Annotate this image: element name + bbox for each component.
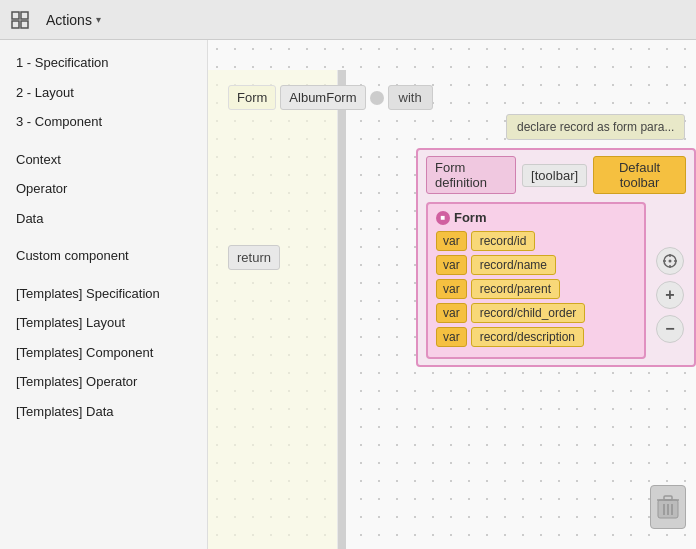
form-definition-block[interactable]: Form definition [toolbar] Default toolba… xyxy=(416,148,696,367)
var-row-4: var record/description xyxy=(436,327,636,347)
connector-dot xyxy=(370,91,384,105)
svg-point-9 xyxy=(669,259,672,262)
declare-block[interactable]: declare record as form para... xyxy=(506,114,685,140)
sidebar-item-templates-data[interactable]: [Templates] Data xyxy=(0,397,207,427)
return-label: return xyxy=(228,245,280,270)
zoom-in-icon: + xyxy=(665,286,674,304)
var-row-1: var record/name xyxy=(436,255,636,275)
form-def-header: Form definition [toolbar] Default toolba… xyxy=(426,156,686,194)
sidebar-item-specification[interactable]: 1 - Specification xyxy=(0,48,207,78)
with-label: with xyxy=(388,85,433,110)
var-value-3[interactable]: record/child_order xyxy=(471,303,586,323)
actions-label: Actions xyxy=(46,12,92,28)
toolbar: Actions ▾ xyxy=(0,0,696,40)
var-row-2: var record/parent xyxy=(436,279,636,299)
var-row-0: var record/id xyxy=(436,231,636,251)
sidebar-item-layout[interactable]: 2 - Layout xyxy=(0,78,207,108)
var-row-3: var record/child_order xyxy=(436,303,636,323)
svg-rect-2 xyxy=(12,21,19,28)
form-definition-label: Form definition xyxy=(426,156,516,194)
declare-row: declare record as form para... xyxy=(376,114,696,144)
sidebar-item-data[interactable]: Data xyxy=(0,204,207,234)
default-toolbar-button[interactable]: Default toolbar xyxy=(593,156,686,194)
sidebar-divider-2 xyxy=(0,233,207,241)
sidebar-item-templates-layout[interactable]: [Templates] Layout xyxy=(0,308,207,338)
canvas-controls: + − xyxy=(656,247,684,343)
form-inner-block[interactable]: ■ Form var record/id var xyxy=(426,202,646,359)
var-value-2[interactable]: record/parent xyxy=(471,279,560,299)
sidebar: 1 - Specification 2 - Layout 3 - Compone… xyxy=(0,40,208,549)
actions-arrow: ▾ xyxy=(96,14,101,25)
return-row: return Form definition [toolbar] Default… xyxy=(228,148,696,367)
form-inner-header: ■ Form xyxy=(436,210,636,225)
sidebar-item-templates-operator[interactable]: [Templates] Operator xyxy=(0,367,207,397)
zoom-out-button[interactable]: − xyxy=(656,315,684,343)
sidebar-divider-1 xyxy=(0,137,207,145)
form-inner-dot: ■ xyxy=(436,211,450,225)
svg-rect-1 xyxy=(21,12,28,19)
svg-rect-3 xyxy=(21,21,28,28)
form-block-label[interactable]: Form xyxy=(228,85,276,110)
var-tag-2: var xyxy=(436,279,467,299)
var-tag-4: var xyxy=(436,327,467,347)
trash-button[interactable] xyxy=(650,485,686,529)
zoom-in-button[interactable]: + xyxy=(656,281,684,309)
actions-button[interactable]: Actions ▾ xyxy=(38,9,109,31)
svg-rect-0 xyxy=(12,12,19,19)
toolbar-label: [toolbar] xyxy=(522,164,587,187)
zoom-out-icon: − xyxy=(665,320,674,338)
var-tag-1: var xyxy=(436,255,467,275)
canvas[interactable]: Form AlbumForm with declare record as fo… xyxy=(208,40,696,549)
album-form-block-label[interactable]: AlbumForm xyxy=(280,85,365,110)
form-inner-label: Form xyxy=(454,210,487,225)
app-icon xyxy=(10,10,30,30)
form-header-row: Form AlbumForm with xyxy=(228,85,696,110)
sidebar-divider-3 xyxy=(0,271,207,279)
sidebar-item-context[interactable]: Context xyxy=(0,145,207,175)
var-value-4[interactable]: record/description xyxy=(471,327,584,347)
blocks-area: Form AlbumForm with declare record as fo… xyxy=(228,85,696,373)
var-value-0[interactable]: record/id xyxy=(471,231,536,251)
var-rows-container: var record/id var record/name var record… xyxy=(436,231,636,347)
sidebar-item-templates-specification[interactable]: [Templates] Specification xyxy=(0,279,207,309)
crosshair-button[interactable] xyxy=(656,247,684,275)
var-tag-0: var xyxy=(436,231,467,251)
sidebar-item-templates-component[interactable]: [Templates] Component xyxy=(0,338,207,368)
sidebar-item-component[interactable]: 3 - Component xyxy=(0,107,207,137)
var-value-1[interactable]: record/name xyxy=(471,255,556,275)
sidebar-item-operator[interactable]: Operator xyxy=(0,174,207,204)
var-tag-3: var xyxy=(436,303,467,323)
sidebar-item-custom-component[interactable]: Custom component xyxy=(0,241,207,271)
main-area: 1 - Specification 2 - Layout 3 - Compone… xyxy=(0,40,696,549)
